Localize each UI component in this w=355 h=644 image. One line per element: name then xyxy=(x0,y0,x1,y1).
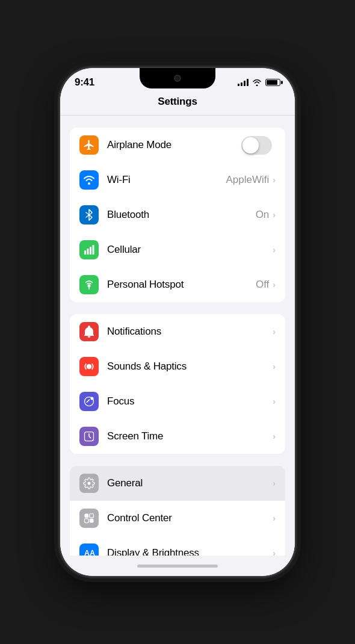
notifications-icon xyxy=(79,322,99,341)
svg-text:AA: AA xyxy=(84,549,95,556)
svg-rect-15 xyxy=(90,519,94,523)
hotspot-icon xyxy=(79,275,99,294)
screen-time-chevron: › xyxy=(273,432,276,441)
control-center-row[interactable]: Control Center › xyxy=(70,501,285,536)
notch xyxy=(140,68,215,88)
cellular-chevron: › xyxy=(273,245,276,255)
wifi-label: Wi-Fi xyxy=(107,174,226,186)
screen: 9:41 xyxy=(60,68,295,576)
settings-scroll[interactable]: Airplane Mode Wi-Fi Appl xyxy=(60,116,295,556)
wifi-value: AppleWifi xyxy=(226,174,270,186)
sounds-haptics-chevron: › xyxy=(273,362,276,371)
front-camera xyxy=(174,75,181,82)
svg-point-11 xyxy=(88,482,91,485)
focus-chevron: › xyxy=(273,397,276,406)
nav-bar: Settings xyxy=(60,92,295,116)
status-time: 9:41 xyxy=(75,76,94,88)
svg-point-9 xyxy=(91,397,94,400)
svg-rect-2 xyxy=(84,250,86,255)
notifications-chevron: › xyxy=(273,327,276,336)
focus-row[interactable]: Focus › xyxy=(70,384,285,419)
battery-icon xyxy=(265,79,280,86)
airplane-icon xyxy=(79,135,99,155)
display-brightness-label: Display & Brightness xyxy=(107,547,273,556)
general-group: General › Control Center › xyxy=(70,466,285,556)
cellular-icon xyxy=(79,240,99,259)
status-icons xyxy=(238,79,280,86)
screen-time-icon xyxy=(79,427,99,446)
svg-rect-14 xyxy=(85,519,89,523)
airplane-mode-row[interactable]: Airplane Mode xyxy=(70,128,285,163)
page-title: Settings xyxy=(158,96,197,107)
svg-rect-12 xyxy=(85,514,89,518)
general-label: General xyxy=(107,477,273,489)
display-brightness-chevron: › xyxy=(273,548,276,556)
wifi-row[interactable]: Wi-Fi AppleWifi › xyxy=(70,163,285,197)
personal-hotspot-value: Off xyxy=(256,279,269,291)
bluetooth-value: On xyxy=(256,209,270,221)
cellular-label: Cellular xyxy=(107,244,273,256)
sounds-haptics-row[interactable]: Sounds & Haptics › xyxy=(70,349,285,384)
svg-rect-4 xyxy=(90,247,91,255)
screen-time-row[interactable]: Screen Time › xyxy=(70,419,285,454)
notifications-group: Notifications › Sounds & Haptics › xyxy=(70,314,285,454)
svg-rect-5 xyxy=(93,245,94,255)
bluetooth-row[interactable]: Bluetooth On › xyxy=(70,197,285,232)
sounds-icon xyxy=(79,357,99,376)
airplane-mode-label: Airplane Mode xyxy=(107,139,241,151)
bluetooth-label: Bluetooth xyxy=(107,209,256,221)
wifi-status-icon xyxy=(252,79,262,86)
bluetooth-icon xyxy=(79,205,99,224)
home-bar xyxy=(60,556,295,576)
control-center-label: Control Center xyxy=(107,512,273,524)
focus-icon xyxy=(79,392,99,411)
notifications-row[interactable]: Notifications › xyxy=(70,314,285,349)
home-indicator xyxy=(137,565,218,568)
bluetooth-chevron: › xyxy=(273,210,276,220)
cellular-row[interactable]: Cellular › xyxy=(70,232,285,267)
notifications-label: Notifications xyxy=(107,326,273,338)
focus-label: Focus xyxy=(107,395,273,407)
airplane-mode-toggle[interactable] xyxy=(241,136,272,155)
display-brightness-row[interactable]: AA Display & Brightness › xyxy=(70,536,285,556)
display-icon: AA xyxy=(79,543,99,556)
general-chevron: › xyxy=(273,478,276,488)
sounds-haptics-label: Sounds & Haptics xyxy=(107,361,273,373)
control-center-icon xyxy=(79,509,99,528)
personal-hotspot-row[interactable]: Personal Hotspot Off › xyxy=(70,267,285,302)
wifi-chevron: › xyxy=(273,175,276,185)
svg-point-8 xyxy=(87,364,91,369)
status-bar: 9:41 xyxy=(60,68,295,92)
general-icon xyxy=(79,474,99,493)
control-center-chevron: › xyxy=(273,513,276,523)
general-row[interactable]: General › xyxy=(70,466,285,501)
svg-rect-3 xyxy=(87,249,89,255)
connectivity-group: Airplane Mode Wi-Fi Appl xyxy=(70,128,285,302)
signal-icon xyxy=(238,79,248,86)
personal-hotspot-chevron: › xyxy=(273,280,276,289)
screen-time-label: Screen Time xyxy=(107,430,273,442)
svg-rect-13 xyxy=(90,514,94,518)
personal-hotspot-label: Personal Hotspot xyxy=(107,279,256,291)
phone-frame: 9:41 xyxy=(60,68,295,576)
wifi-row-icon xyxy=(79,170,99,190)
